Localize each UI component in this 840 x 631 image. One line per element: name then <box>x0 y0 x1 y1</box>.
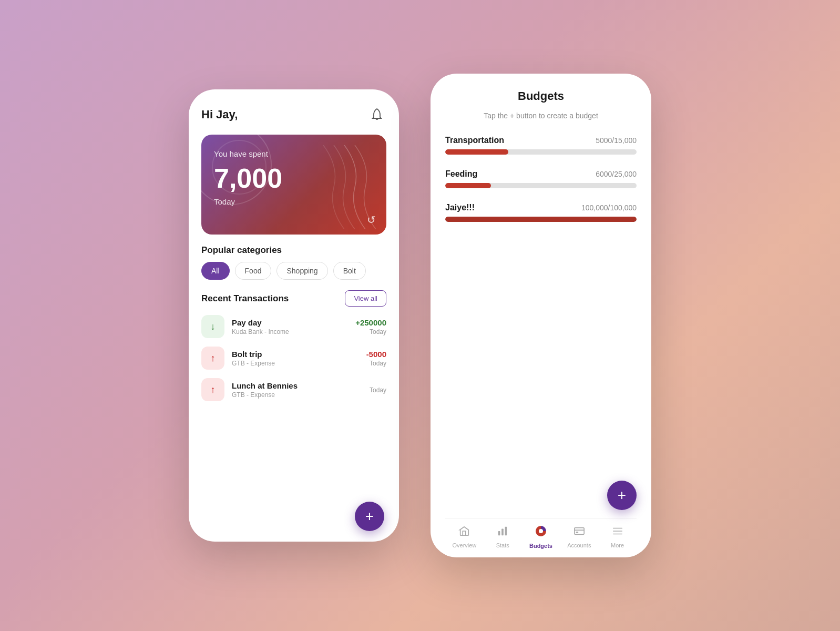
nav-item-accounts[interactable]: Accounts <box>564 525 595 548</box>
tx-sub: Kuda Bank - Income <box>232 328 348 335</box>
nav-item-budgets[interactable]: Budgets <box>525 525 557 549</box>
tx-info-payday: Pay day Kuda Bank - Income <box>232 318 348 335</box>
svg-rect-1 <box>501 528 504 535</box>
budget-name: Feeding <box>445 169 477 179</box>
tx-name: Pay day <box>232 318 348 327</box>
home-icon <box>458 525 470 540</box>
categories-row: All Food Shopping Bolt <box>201 262 386 280</box>
budget-bar-bg <box>445 183 637 188</box>
tx-amount-lunch: Today <box>370 385 386 394</box>
transactions-header: Recent Transactions View all <box>201 290 386 307</box>
svg-rect-0 <box>498 531 500 535</box>
budget-bar-fill <box>445 149 508 155</box>
tx-sub: GTB - Expense <box>232 360 359 367</box>
expense-icon: ↑ <box>201 378 224 401</box>
budget-list: Transportation 5000/15,000 Feeding 6000/… <box>445 136 637 518</box>
transactions-title: Recent Transactions <box>201 293 289 304</box>
budget-item-transportation: Transportation 5000/15,000 <box>445 136 637 155</box>
tx-info-lunch: Lunch at Bennies GTB - Expense <box>232 381 362 399</box>
more-menu-icon <box>612 525 623 540</box>
tx-amount-payday: +250000 Today <box>355 318 386 335</box>
budget-bar-bg <box>445 149 637 155</box>
budgets-title: Budgets <box>445 89 637 103</box>
budget-item-feeding: Feeding 6000/25,000 <box>445 169 637 188</box>
spending-card: You have spent 7,000 Today ↺ <box>201 135 386 235</box>
transaction-item: ↑ Bolt trip GTB - Expense -5000 Today <box>201 347 386 370</box>
nav-label-more: More <box>611 542 624 548</box>
greeting-text: Hi Jay, <box>201 108 238 121</box>
budget-values: 5000/15,000 <box>596 136 637 145</box>
nav-label-overview: Overview <box>452 542 476 548</box>
tx-date: Today <box>370 386 386 394</box>
tx-date: Today <box>366 360 386 367</box>
bottom-nav: Overview Stats <box>445 518 637 557</box>
nav-label-stats: Stats <box>496 542 509 548</box>
tx-amount-bolt: -5000 Today <box>366 350 386 367</box>
refresh-icon[interactable]: ↺ <box>367 213 376 226</box>
budget-values: 6000/25,000 <box>596 170 637 178</box>
transaction-item: ↓ Pay day Kuda Bank - Income +250000 Tod… <box>201 315 386 338</box>
income-icon: ↓ <box>201 315 224 338</box>
budget-item-header: Feeding 6000/25,000 <box>445 169 637 179</box>
svg-rect-2 <box>505 527 507 536</box>
home-header: Hi Jay, <box>201 105 386 124</box>
svg-rect-6 <box>576 532 578 533</box>
budget-item-jaiye: Jaiye!!! 100,000/100,000 <box>445 203 637 222</box>
tx-name: Bolt trip <box>232 350 359 359</box>
tx-value: +250000 <box>355 318 386 327</box>
expense-icon: ↑ <box>201 347 224 370</box>
notification-bell-icon[interactable] <box>367 105 386 124</box>
transaction-item: ↑ Lunch at Bennies GTB - Expense Today <box>201 378 386 401</box>
nav-label-accounts: Accounts <box>567 542 591 548</box>
phones-container: Hi Jay, You have spent 7,000 Today <box>189 74 651 557</box>
tx-name: Lunch at Bennies <box>232 381 362 390</box>
svg-rect-4 <box>575 528 584 535</box>
budget-name: Transportation <box>445 136 504 145</box>
spending-label: You have spent <box>214 149 374 158</box>
budget-bar-fill <box>445 217 637 222</box>
spending-amount: 7,000 <box>214 162 374 194</box>
accounts-icon <box>573 525 585 540</box>
nav-item-more[interactable]: More <box>602 525 633 548</box>
pie-chart-icon <box>535 525 547 541</box>
recent-transactions-section: Recent Transactions View all ↓ Pay day K… <box>201 290 386 401</box>
add-fab-button[interactable]: + <box>355 502 384 531</box>
budgets-add-fab-button[interactable]: + <box>607 481 637 510</box>
category-chip-food[interactable]: Food <box>235 262 272 280</box>
budgets-hint: Tap the + button to create a budget <box>445 111 637 120</box>
budget-name: Jaiye!!! <box>445 203 475 212</box>
bar-chart-icon <box>497 525 508 540</box>
category-chip-all[interactable]: All <box>201 262 230 280</box>
categories-title: Popular categories <box>201 245 386 256</box>
nav-item-stats[interactable]: Stats <box>487 525 518 548</box>
tx-sub: GTB - Expense <box>232 391 362 399</box>
svg-point-3 <box>539 529 543 533</box>
category-chip-bolt[interactable]: Bolt <box>333 262 366 280</box>
phone-budgets: Budgets Tap the + button to create a bud… <box>431 74 651 557</box>
budget-bar-bg <box>445 217 637 222</box>
budget-values: 100,000/100,000 <box>581 203 637 212</box>
tx-date: Today <box>355 328 386 335</box>
tx-info-bolt: Bolt trip GTB - Expense <box>232 350 359 367</box>
popular-categories-section: Popular categories All Food Shopping Bol… <box>201 245 386 280</box>
nav-label-budgets: Budgets <box>529 543 552 549</box>
spending-period: Today <box>214 197 374 206</box>
tx-value: -5000 <box>366 350 386 359</box>
category-chip-shopping[interactable]: Shopping <box>276 262 327 280</box>
view-all-button[interactable]: View all <box>345 290 386 307</box>
budget-bar-fill <box>445 183 491 188</box>
budget-item-header: Transportation 5000/15,000 <box>445 136 637 145</box>
transaction-list: ↓ Pay day Kuda Bank - Income +250000 Tod… <box>201 315 386 401</box>
phone-home: Hi Jay, You have spent 7,000 Today <box>189 89 399 542</box>
budget-item-header: Jaiye!!! 100,000/100,000 <box>445 203 637 212</box>
nav-item-overview[interactable]: Overview <box>448 525 480 548</box>
